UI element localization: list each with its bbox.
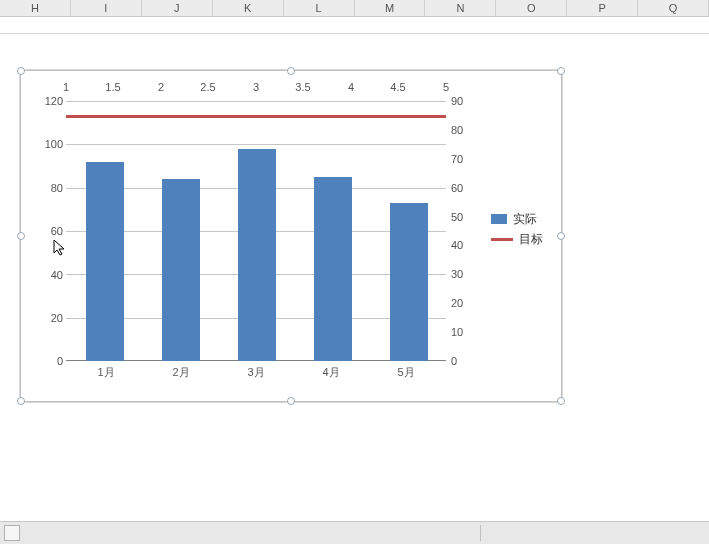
row-separator — [0, 16, 709, 34]
left-axis-tick: 80 — [28, 182, 63, 194]
right-axis-tick: 90 — [451, 95, 486, 107]
col-header[interactable]: M — [355, 0, 426, 16]
status-bar — [0, 521, 709, 544]
col-header[interactable]: Q — [638, 0, 709, 16]
col-header[interactable]: P — [567, 0, 638, 16]
col-header[interactable]: L — [284, 0, 355, 16]
resize-handle[interactable] — [557, 397, 565, 405]
bar-actual[interactable] — [86, 162, 124, 361]
sheet-tab-icon[interactable] — [4, 525, 20, 541]
bar-actual[interactable] — [162, 179, 200, 361]
right-axis-tick: 40 — [451, 239, 486, 251]
category-tick: 2月 — [161, 365, 201, 380]
col-header[interactable]: I — [71, 0, 142, 16]
legend-entry-actual[interactable]: 实际 — [491, 209, 543, 229]
top-axis-tick: 4.5 — [383, 81, 413, 93]
column-header-row: H I J K L M N O P Q — [0, 0, 709, 17]
legend-swatch-bar-icon — [491, 214, 507, 224]
left-axis-tick: 20 — [28, 312, 63, 324]
bar-actual[interactable] — [390, 203, 428, 361]
legend-swatch-line-icon — [491, 238, 513, 241]
resize-handle[interactable] — [287, 67, 295, 75]
status-separator — [480, 525, 481, 541]
left-axis-tick: 100 — [28, 138, 63, 150]
left-axis-tick: 0 — [28, 355, 63, 367]
bar-actual[interactable] — [314, 177, 352, 361]
top-axis-tick: 3.5 — [288, 81, 318, 93]
resize-handle[interactable] — [557, 67, 565, 75]
category-tick: 5月 — [386, 365, 426, 380]
right-axis-tick: 10 — [451, 326, 486, 338]
resize-handle[interactable] — [17, 67, 25, 75]
series-target-line[interactable] — [66, 115, 446, 118]
top-axis-tick: 1 — [51, 81, 81, 93]
gridline — [66, 101, 446, 102]
bar-actual[interactable] — [238, 149, 276, 361]
top-axis-tick: 4 — [336, 81, 366, 93]
chart-object[interactable]: 1 1.5 2 2.5 3 3.5 4 4.5 5 0 20 40 60 80 … — [20, 70, 562, 402]
left-axis-tick: 40 — [28, 269, 63, 281]
right-axis-tick: 70 — [451, 153, 486, 165]
right-axis-tick: 80 — [451, 124, 486, 136]
right-axis-tick: 50 — [451, 211, 486, 223]
category-tick: 3月 — [236, 365, 276, 380]
category-tick: 4月 — [311, 365, 351, 380]
right-axis-tick: 30 — [451, 268, 486, 280]
gridline — [66, 144, 446, 145]
right-axis-tick: 60 — [451, 182, 486, 194]
top-axis-tick: 1.5 — [98, 81, 128, 93]
resize-handle[interactable] — [17, 397, 25, 405]
col-header[interactable]: H — [0, 0, 71, 16]
plot-area[interactable] — [66, 101, 446, 361]
category-tick: 1月 — [86, 365, 126, 380]
col-header[interactable]: O — [496, 0, 567, 16]
right-axis-tick: 20 — [451, 297, 486, 309]
col-header[interactable]: N — [425, 0, 496, 16]
legend-entry-target[interactable]: 目标 — [491, 229, 543, 249]
top-axis-tick: 2.5 — [193, 81, 223, 93]
legend-label: 目标 — [519, 231, 543, 248]
top-axis-tick: 2 — [146, 81, 176, 93]
col-header[interactable]: J — [142, 0, 213, 16]
resize-handle[interactable] — [557, 232, 565, 240]
legend-label: 实际 — [513, 211, 537, 228]
top-axis-tick: 5 — [431, 81, 461, 93]
right-axis-tick: 0 — [451, 355, 486, 367]
chart-legend[interactable]: 实际 目标 — [491, 209, 543, 249]
col-header[interactable]: K — [213, 0, 284, 16]
resize-handle[interactable] — [17, 232, 25, 240]
top-axis-tick: 3 — [241, 81, 271, 93]
left-axis-tick: 60 — [28, 225, 63, 237]
left-axis-tick: 120 — [28, 95, 63, 107]
resize-handle[interactable] — [287, 397, 295, 405]
